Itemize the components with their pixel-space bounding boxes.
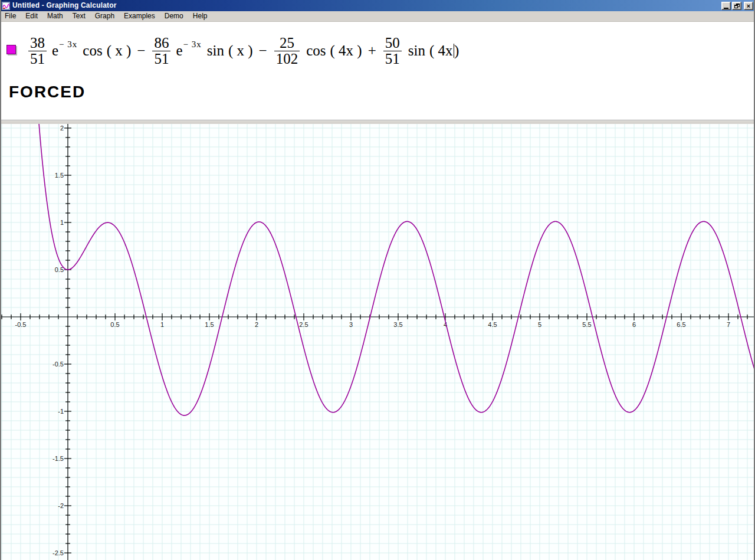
fraction-denominator: 51 bbox=[383, 51, 402, 67]
menu-math[interactable]: Math bbox=[42, 11, 68, 21]
menu-text[interactable]: Text bbox=[68, 11, 90, 21]
app-icon-red-key bbox=[3, 8, 5, 9]
menu-bar: File Edit Math Text Graph Examples Demo … bbox=[0, 11, 755, 22]
x-axis-label: -0.5 bbox=[15, 321, 27, 328]
x-axis-label: 1 bbox=[160, 321, 164, 328]
x-axis-label: 3.5 bbox=[393, 321, 402, 328]
function-name: cos bbox=[83, 42, 102, 59]
window-controls: × bbox=[720, 2, 753, 10]
fraction-numerator: 25 bbox=[278, 35, 296, 51]
title-bar[interactable]: Untitled - Graphing Calculator × bbox=[0, 0, 755, 11]
x-axis-label: 7 bbox=[727, 321, 730, 328]
x-axis-label: 2.5 bbox=[299, 321, 308, 328]
function-name: sin bbox=[207, 42, 224, 59]
function-name: sin bbox=[408, 42, 425, 59]
menu-help[interactable]: Help bbox=[188, 11, 212, 21]
fraction: 50 51 bbox=[383, 35, 402, 66]
y-axis-label: 1.5 bbox=[55, 172, 64, 179]
y-axis-label: 0.5 bbox=[55, 266, 64, 273]
graph-canvas[interactable]: -0.50.511.522.533.544.555.566.5721.510.5… bbox=[0, 124, 755, 560]
function-arg: ( 4x ) bbox=[330, 42, 362, 59]
window-title: Untitled - Graphing Calculator bbox=[12, 0, 117, 11]
function-arg: ( x ) bbox=[228, 42, 253, 59]
minimize-icon bbox=[724, 8, 728, 9]
y-axis-label: 1 bbox=[60, 219, 64, 226]
annotation-text[interactable]: FORCED bbox=[9, 83, 86, 101]
y-axis-label: -2 bbox=[58, 502, 64, 509]
fraction-numerator: 50 bbox=[383, 35, 402, 51]
x-axis-label: 0.5 bbox=[110, 321, 119, 328]
fraction-numerator: 38 bbox=[28, 35, 47, 51]
app-window: Untitled - Graphing Calculator × File Ed… bbox=[0, 0, 755, 560]
y-axis-label: -0.5 bbox=[52, 361, 64, 368]
y-axis-label: -1.5 bbox=[52, 455, 64, 462]
x-axis-label: 2 bbox=[255, 321, 258, 328]
fraction: 38 51 bbox=[28, 35, 47, 66]
fraction-denominator: 51 bbox=[28, 51, 47, 67]
close-icon: × bbox=[747, 3, 750, 9]
y-axis-label: -2.5 bbox=[52, 549, 64, 556]
x-axis-label: 3 bbox=[349, 321, 353, 328]
fraction-numerator: 86 bbox=[152, 35, 170, 51]
equation-formula[interactable]: 38 51 e − 3x cos ( x ) − 86 51 e − 3x si… bbox=[27, 28, 459, 74]
graph-pane: -0.50.511.522.533.544.555.566.5721.510.5… bbox=[0, 124, 755, 560]
app-icon[interactable] bbox=[2, 2, 10, 10]
menu-graph[interactable]: Graph bbox=[90, 11, 119, 21]
function-arg: ( x ) bbox=[107, 42, 132, 59]
window-border-left bbox=[0, 0, 1, 560]
function-name: cos bbox=[306, 42, 326, 59]
close-button[interactable]: × bbox=[744, 2, 753, 10]
exponent: − 3x bbox=[183, 40, 202, 50]
equation-color-chip[interactable] bbox=[6, 45, 16, 54]
menu-edit[interactable]: Edit bbox=[21, 11, 42, 21]
fraction-denominator: 102 bbox=[274, 51, 300, 67]
graph-background bbox=[0, 124, 755, 560]
menu-examples[interactable]: Examples bbox=[119, 11, 160, 21]
x-axis-label: 6 bbox=[632, 321, 636, 328]
y-axis-label: 2 bbox=[60, 125, 64, 132]
closing-paren: ) bbox=[454, 42, 459, 59]
operator-plus: + bbox=[368, 42, 376, 59]
minimize-button[interactable] bbox=[721, 2, 731, 10]
restore-button[interactable] bbox=[732, 2, 741, 10]
fraction: 86 51 bbox=[152, 35, 170, 66]
restore-icon bbox=[734, 4, 740, 8]
equation-pane[interactable]: 38 51 e − 3x cos ( x ) − 86 51 e − 3x si… bbox=[0, 22, 755, 120]
menu-demo[interactable]: Demo bbox=[160, 11, 188, 21]
x-axis-label: 5.5 bbox=[582, 321, 591, 328]
x-axis-label: 4.5 bbox=[488, 321, 497, 328]
menu-file[interactable]: File bbox=[0, 11, 21, 21]
y-axis-label: -1 bbox=[58, 408, 64, 415]
x-axis-label: 5 bbox=[538, 321, 541, 328]
exp-base: e bbox=[176, 42, 182, 59]
fraction: 25 102 bbox=[274, 35, 300, 66]
operator-minus: − bbox=[259, 42, 267, 59]
x-axis-label: 6.5 bbox=[677, 321, 685, 328]
function-arg: ( 4x bbox=[429, 42, 453, 59]
exponent: − 3x bbox=[59, 40, 77, 50]
exp-base: e bbox=[52, 42, 58, 59]
operator-minus: − bbox=[137, 42, 145, 59]
x-axis-label: 1.5 bbox=[205, 321, 214, 328]
fraction-denominator: 51 bbox=[152, 51, 170, 67]
